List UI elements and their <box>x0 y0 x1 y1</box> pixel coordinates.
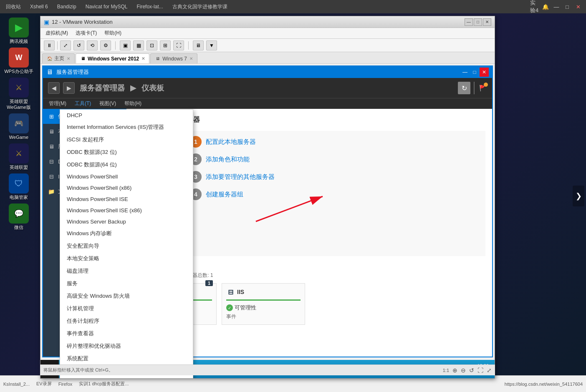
toolbar-screen4[interactable]: ⊞ <box>160 40 171 50</box>
taskbar-maximize[interactable]: □ <box>563 2 572 11</box>
sm-close[interactable]: ✕ <box>480 68 489 77</box>
icon-wegame[interactable]: 🎮 WeGame <box>4 113 34 140</box>
qs-link-1[interactable]: 配置此本地服务器 <box>206 138 256 146</box>
tools-memdiag[interactable]: Windows 内存诊断 <box>60 227 193 240</box>
tab-win7-close[interactable]: ✕ <box>189 56 193 61</box>
tools-compmgmt[interactable]: 计算机管理 <box>60 302 193 315</box>
qs-item-2: 2 添加角色和功能 <box>190 153 479 165</box>
sm-back-btn[interactable]: ◀ <box>48 82 60 94</box>
tab-ws2012[interactable]: 🖥 Windows Server 2012 ✕ <box>76 53 149 63</box>
toolbar-screen3[interactable]: ⊡ <box>146 40 157 50</box>
toolbar-btn4[interactable]: ⚙ <box>100 40 111 50</box>
tab-home-close[interactable]: ✕ <box>67 56 70 61</box>
icon-yingxionglianmeng[interactable]: ⚔ 英雄联盟WeGame版 <box>4 78 34 110</box>
tools-powershell-ise-x86[interactable]: Windows PowerShell ISE (x86) <box>60 205 193 216</box>
rotate[interactable]: ↺ <box>469 367 474 374</box>
taskbar-item-bandizip[interactable]: Bandizip <box>53 3 81 11</box>
edge-arrow-right[interactable]: ❯ <box>573 186 584 206</box>
fit[interactable]: ⛶ <box>477 367 483 374</box>
tools-taskschd[interactable]: 任务计划程序 <box>60 315 193 327</box>
taskbar-item-recycle[interactable]: 回收站 <box>2 2 25 12</box>
taskbar-minimize[interactable]: — <box>552 2 561 11</box>
toolbar-display[interactable]: 🖥 <box>193 40 204 50</box>
status-message: 将鼠标指针移入其中或按 Ctrl+G。 <box>43 367 113 373</box>
toolbar-btn3[interactable]: ⟲ <box>87 40 98 50</box>
iis-role-icon: ⊟ <box>226 288 235 296</box>
zoom-out[interactable]: ⊖ <box>461 367 466 374</box>
menu-options[interactable]: 选项卡(T) <box>72 29 100 38</box>
qs-link-4[interactable]: 创建服务器组 <box>206 191 243 199</box>
icon-yingxionglianmeng2[interactable]: ⚔ 英雄联盟 <box>4 143 34 170</box>
taskbar-close[interactable]: ✕ <box>573 2 583 11</box>
tools-powershell[interactable]: Windows PowerShell <box>60 171 193 182</box>
toolbar-screen2[interactable]: ▦ <box>133 40 144 50</box>
tools-diskclean[interactable]: 磁盘清理 <box>60 265 193 277</box>
sm-nav-left: ◀ ▶ 服务器管理器 ▶ 仪表板 <box>48 82 166 94</box>
sm-breadcrumb: 服务器管理器 ▶ 仪表板 <box>78 83 166 93</box>
toolbar-btn1[interactable]: ⤢ <box>60 40 71 50</box>
qs-items: 1 配置此本地服务器 2 添加角色和功能 3 添加要管理的其他服务器 <box>183 131 485 256</box>
toolbar-fullscreen[interactable]: ⛶ <box>173 40 184 50</box>
export[interactable]: ⤢ <box>487 367 492 374</box>
menu-vm[interactable]: 虚拟机(M) <box>42 29 71 38</box>
vmware-close[interactable]: ✕ <box>483 18 491 26</box>
vmware-maximize[interactable]: □ <box>474 18 482 26</box>
toolbar-pause[interactable]: ⏸ <box>44 40 55 50</box>
vm-tabs: 🏠 主页 ✕ 🖥 Windows Server 2012 ✕ 🖥 Windows… <box>40 52 495 64</box>
icon-wps[interactable]: W WPS办公助手 <box>4 48 34 74</box>
vmware-minimize[interactable]: — <box>465 18 473 26</box>
tab-ws2012-icon: 🖥 <box>80 56 86 62</box>
sm-forward-btn[interactable]: ▶ <box>63 82 75 94</box>
icon-diannao-guanjia[interactable]: 🛡 电脑管家 <box>4 173 34 200</box>
tools-services[interactable]: 服务 <box>60 277 193 290</box>
taskbar-item-xshell[interactable]: Xshell 6 <box>26 3 52 11</box>
icon-weixin[interactable]: 💬 微信 <box>4 204 34 230</box>
tools-dhcp[interactable]: DHCP <box>60 110 193 121</box>
tab-ws2012-close[interactable]: ✕ <box>141 56 145 61</box>
sm-menu-view[interactable]: 视图(V) <box>95 99 120 108</box>
icon-tencent-video[interactable]: ▶ 腾讯视频 <box>4 18 34 44</box>
sm-minimize[interactable]: — <box>460 68 470 77</box>
tools-iis[interactable]: Internet Information Services (IIS)管理器 <box>60 121 193 133</box>
tools-secwiz[interactable]: 安全配置向导 <box>60 240 193 252</box>
edge-nav: ❯ <box>573 186 584 206</box>
sm-maximize[interactable]: □ <box>470 68 479 77</box>
tools-msconfig[interactable]: 系统配置 <box>60 352 193 365</box>
taskbar-item-firefox[interactable]: Firefox-lat... <box>132 3 167 11</box>
tab-win7[interactable]: 🖥 Windows 7 ✕ <box>150 53 197 63</box>
bottom-item-training[interactable]: 实训1 dhcp服务器配置... <box>79 381 129 387</box>
tools-powershell-x86[interactable]: Windows PowerShell (x86) <box>60 182 193 193</box>
vmware-controls: — □ ✕ <box>465 18 491 26</box>
tools-firewall[interactable]: 高级安全 Windows 防火墙 <box>60 290 193 302</box>
qs-link-3[interactable]: 添加要管理的其他服务器 <box>206 173 275 181</box>
tab-home[interactable]: 🏠 主页 ✕ <box>42 53 75 63</box>
sm-refresh-btn[interactable]: ↻ <box>458 82 470 94</box>
taskbar-notification[interactable]: 🔔 <box>541 2 550 11</box>
toolbar-screen1[interactable]: ▣ <box>120 40 131 50</box>
bottom-item-ev[interactable]: EV录屏 <box>36 381 52 387</box>
sm-menu-tools[interactable]: 工具(T) <box>71 99 95 108</box>
tools-defrag[interactable]: 碎片整理和优化驱动器 <box>60 340 193 352</box>
toolbar-btn2[interactable]: ↺ <box>73 40 84 50</box>
tools-powershell-ise[interactable]: Windows PowerShell ISE <box>60 193 193 205</box>
tools-winbackup[interactable]: Windows Server Backup <box>60 216 193 227</box>
sm-menu-manage[interactable]: 管理(M) <box>45 99 71 108</box>
tools-dropdown-scroll[interactable]: ▼ <box>60 377 193 378</box>
taskbar-experiment[interactable]: 实验4 <box>530 2 539 11</box>
zoom-in[interactable]: ⊕ <box>452 367 457 374</box>
bottom-item-firefox[interactable]: Firefox <box>58 382 73 387</box>
vmware-title: 12 - VMware Workstation <box>52 19 113 25</box>
tools-odbc64[interactable]: ODBC 数据源(64 位) <box>60 158 193 171</box>
bottom-item-ks[interactable]: KsInstall_2... <box>3 382 30 387</box>
taskbar-item-navicat[interactable]: Navicat for MySQL <box>81 3 132 11</box>
qs-link-2[interactable]: 添加角色和功能 <box>206 156 250 163</box>
toolbar-extra[interactable]: ▼ <box>206 40 217 50</box>
iis-event-label: 事件 <box>226 313 301 320</box>
tools-iscsi[interactable]: iSCSI 发起程序 <box>60 133 193 146</box>
taskbar-item-guji[interactable]: 古典文化国学进修教学课 <box>168 2 232 12</box>
tools-odbc32[interactable]: ODBC 数据源(32 位) <box>60 146 193 158</box>
menu-help[interactable]: 帮助(H) <box>101 29 125 38</box>
sm-menu-help[interactable]: 帮助(H) <box>120 99 146 108</box>
tools-eventvwr[interactable]: 事件查看器 <box>60 327 193 340</box>
tools-localsec[interactable]: 本地安全策略 <box>60 252 193 265</box>
